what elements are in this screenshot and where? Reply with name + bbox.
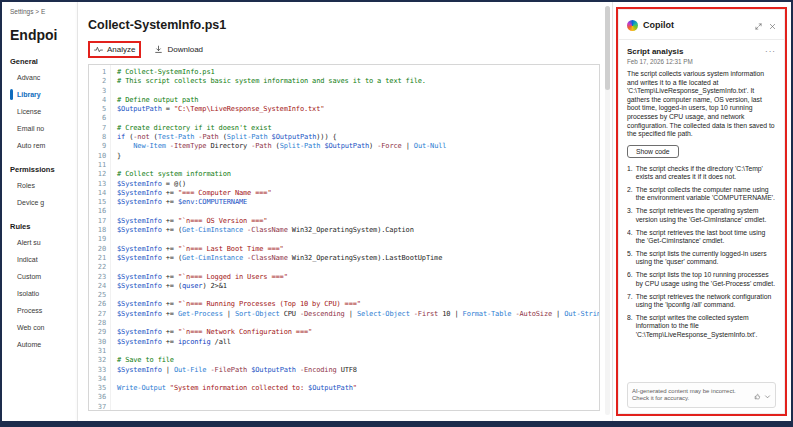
analysis-summary: The script collects various system infor…	[627, 70, 776, 139]
code-line[interactable]	[117, 87, 599, 96]
code-line[interactable]: $SystemInfo += "`n=== Logged in Users ==…	[117, 273, 599, 282]
code-line[interactable]	[117, 114, 599, 123]
code-line[interactable]: $SystemInfo += "=== Computer Name ==="	[117, 189, 599, 198]
code-line[interactable]: # This script collects basic system info…	[117, 77, 599, 86]
vertical-scrollbar[interactable]	[605, 6, 610, 415]
ai-disclaimer: AI-generated content may be incorrect. C…	[627, 382, 776, 408]
line-number: 4	[89, 96, 106, 105]
copilot-body: Script analysis ··· Feb 17, 2026 12:31 P…	[619, 40, 784, 413]
step-text: The script retrieves the last boot time …	[636, 229, 776, 246]
copilot-title: Copilot	[643, 20, 750, 30]
code-line[interactable]	[117, 263, 599, 272]
line-number: 20	[89, 245, 106, 254]
scrollbar-thumb[interactable]	[605, 6, 610, 90]
code-line[interactable]: $OutputPath = "C:\Temp\LiveResponse_Syst…	[117, 105, 599, 114]
code-line[interactable]: if (-not (Test-Path -Path (Split-Path $O…	[117, 133, 599, 142]
code-line[interactable]: $SystemInfo += Get-Process | Sort-Object…	[117, 310, 599, 319]
step-text: The script retrieves the operating syste…	[636, 207, 776, 224]
analyze-button[interactable]: Analyze	[93, 43, 136, 56]
script-flyout-panel: Collect-SystemInfo.ps1 Analyze Download …	[78, 2, 613, 421]
breadcrumb[interactable]: Settings > E	[10, 8, 77, 15]
line-number: 28	[89, 319, 106, 328]
download-button[interactable]: Download	[153, 43, 204, 56]
sidebar-item-device-g[interactable]: Device g	[10, 194, 77, 211]
code-line[interactable]	[117, 235, 599, 244]
line-number: 13	[89, 180, 106, 189]
code-line[interactable]	[117, 161, 599, 170]
line-number: 7	[89, 124, 106, 133]
sidebar-item-advanc[interactable]: Advanc	[10, 69, 77, 86]
more-options-icon[interactable]: ···	[765, 50, 776, 54]
feedback-thumbs-icon[interactable]	[754, 386, 761, 404]
code-line[interactable]	[117, 393, 599, 402]
code-line[interactable]: $SystemInfo += "`n=== Last Boot Time ===…	[117, 245, 599, 254]
code-line[interactable]: $SystemInfo += (quser) 2>&1	[117, 282, 599, 291]
close-icon[interactable]	[769, 16, 776, 34]
sidebar-item-web-con[interactable]: Web con	[10, 319, 77, 336]
code-line[interactable]: $SystemInfo += "`n=== Running Processes …	[117, 300, 599, 309]
analysis-step: 5.The script lists the currently logged-…	[627, 250, 776, 267]
line-number: 35	[89, 384, 106, 393]
code-line[interactable]: $SystemInfo | Out-File -FilePath $Output…	[117, 366, 599, 375]
analysis-step: 3.The script retrieves the operating sys…	[627, 207, 776, 224]
code-line[interactable]: $SystemInfo += "`n=== Network Configurat…	[117, 328, 599, 337]
step-text: The script checks if the directory 'C:\T…	[636, 165, 776, 182]
copilot-panel: Copilot Script analysis ···	[618, 9, 785, 414]
sidebar-item-custom[interactable]: Custom	[10, 268, 77, 285]
code-line[interactable]: $SystemInfo += ipconfig /all	[117, 338, 599, 347]
analyze-annotation-box: Analyze	[88, 41, 141, 58]
code-line[interactable]: $SystemInfo += (Get-CimInstance -ClassNa…	[117, 226, 599, 235]
analyze-icon	[94, 45, 103, 54]
code-line[interactable]	[117, 347, 599, 356]
step-number: 1.	[627, 165, 633, 182]
code-line[interactable]	[117, 319, 599, 328]
sidebar-item-roles[interactable]: Roles	[10, 177, 77, 194]
code-line[interactable]: $SystemInfo = @()	[117, 180, 599, 189]
code-line[interactable]	[117, 375, 599, 384]
step-number: 3.	[627, 207, 633, 224]
chevron-down-icon[interactable]	[764, 386, 771, 404]
copilot-annotation-box: Copilot Script analysis ···	[616, 7, 787, 416]
code-line[interactable]: $SystemInfo += $env:COMPUTERNAME	[117, 198, 599, 207]
sidebar-item-library[interactable]: Library	[10, 86, 77, 103]
code-lines[interactable]: # Collect-SystemInfo.ps1# This script co…	[111, 65, 599, 410]
sidebar-item-alert-su[interactable]: Alert su	[10, 234, 77, 251]
code-line[interactable]: $SystemInfo += "`n=== OS Version ==="	[117, 217, 599, 226]
code-line[interactable]: $SystemInfo += (Get-CimInstance -ClassNa…	[117, 254, 599, 263]
show-code-button[interactable]: Show code	[627, 145, 679, 158]
code-line[interactable]: # Collect system information	[117, 170, 599, 179]
sidebar-item-email-no[interactable]: Email no	[10, 120, 77, 137]
sidebar-nav: GeneralAdvancLibraryLicenseEmail noAuto …	[10, 57, 77, 353]
line-number: 1	[89, 68, 106, 77]
code-line[interactable]: # Collect-SystemInfo.ps1	[117, 68, 599, 77]
code-line[interactable]	[117, 207, 599, 216]
code-line[interactable]: }	[117, 152, 599, 161]
analysis-step: 6.The script lists the top 10 running pr…	[627, 271, 776, 288]
code-line[interactable]	[117, 291, 599, 300]
sidebar-item-process[interactable]: Process	[10, 302, 77, 319]
line-number: 27	[89, 310, 106, 319]
line-number: 29	[89, 328, 106, 337]
sidebar-item-isolatio[interactable]: Isolatio	[10, 285, 77, 302]
sidebar-item-license[interactable]: License	[10, 103, 77, 120]
code-line[interactable]: # Save to file	[117, 356, 599, 365]
line-number: 26	[89, 300, 106, 309]
code-line[interactable]: Write-Output "System information collect…	[117, 384, 599, 393]
analysis-step: 1.The script checks if the directory 'C:…	[627, 165, 776, 182]
sidebar-item-autome[interactable]: Autome	[10, 336, 77, 353]
sidebar-section-header: General	[10, 57, 77, 66]
line-number: 10	[89, 152, 106, 161]
line-number: 2	[89, 77, 106, 86]
analysis-step: 7.The script retrieves the network confi…	[627, 293, 776, 310]
download-icon	[154, 45, 163, 54]
code-line[interactable]: # Define output path	[117, 96, 599, 105]
line-number: 14	[89, 189, 106, 198]
sidebar-item-indicat[interactable]: Indicat	[10, 251, 77, 268]
expand-icon[interactable]	[755, 16, 762, 34]
code-line[interactable]: New-Item -ItemType Directory -Path (Spli…	[117, 142, 599, 151]
analysis-step: 8.The script writes the collected system…	[627, 314, 776, 339]
code-line[interactable]	[117, 403, 599, 410]
step-text: The script lists the top 10 running proc…	[636, 271, 776, 288]
sidebar-item-auto-rem[interactable]: Auto rem	[10, 137, 77, 154]
code-line[interactable]: # Create directory if it doesn't exist	[117, 124, 599, 133]
